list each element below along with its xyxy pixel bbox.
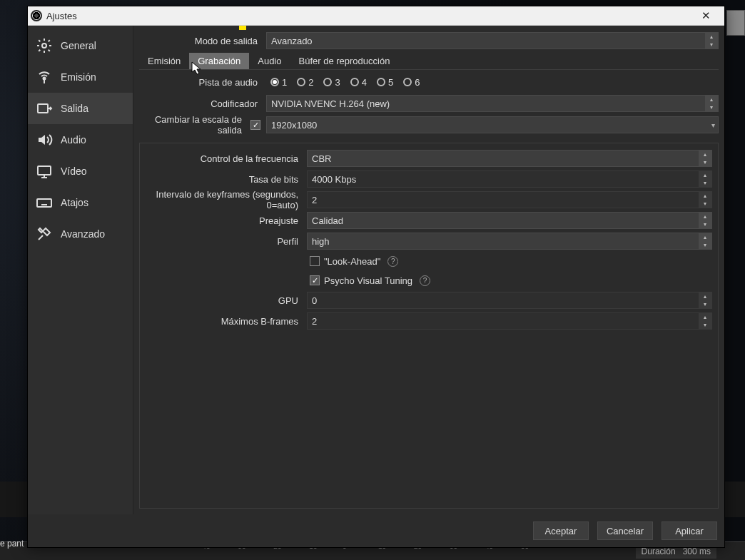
help-icon[interactable]: ? (420, 275, 430, 286)
sidebar-item-emision[interactable]: Emisión (28, 61, 133, 93)
sidebar: General Emisión Salida Audio Vídeo Atajo… (28, 26, 133, 514)
svg-point-0 (42, 44, 46, 48)
encoder-label: Codificador (139, 98, 260, 109)
sidebar-item-general[interactable]: General (28, 30, 133, 61)
titlebar: Ajustes ✕ (28, 6, 724, 26)
sidebar-item-audio[interactable]: Audio (28, 124, 133, 156)
gear-icon (35, 36, 54, 55)
bframes-label: Máximos B-frames (146, 316, 301, 327)
rescale-label: Cambiar la escala de salida (139, 114, 245, 136)
sidebar-item-label: Emisión (61, 71, 96, 83)
keyboard-icon (35, 193, 54, 212)
apply-button[interactable]: Aplicar (662, 521, 717, 540)
output-mode-combo[interactable]: Avanzado ▴▾ (266, 32, 719, 49)
encoder-combo[interactable]: NVIDIA NVENC H.264 (new) ▴▾ (266, 95, 719, 112)
tab-grabacion[interactable]: Grabación (189, 53, 249, 69)
sidebar-item-label: General (61, 40, 96, 51)
tab-audio[interactable]: Audio (249, 53, 290, 69)
audio-track-5[interactable]: 5 (377, 77, 393, 88)
ratecontrol-label: Control de la frecuencia (146, 153, 301, 164)
output-tabs: Emisión Grabación Audio Búfer de reprodu… (139, 53, 719, 70)
broadcast-icon (35, 68, 54, 86)
close-button[interactable]: ✕ (690, 6, 721, 25)
window-title: Ajustes (46, 11, 77, 21)
psycho-label: Psycho Visual Tuning (324, 275, 412, 286)
sidebar-item-video[interactable]: Vídeo (28, 156, 133, 187)
audio-track-4[interactable]: 4 (350, 77, 367, 88)
tools-icon (35, 225, 54, 243)
cancel-button[interactable]: Cancelar (597, 521, 653, 540)
sidebar-item-salida[interactable]: Salida (28, 93, 133, 124)
sidebar-item-atajos[interactable]: Atajos (28, 187, 133, 218)
gpu-label: GPU (146, 295, 301, 306)
bframes-input[interactable]: 2▴▾ (307, 312, 712, 330)
ok-button[interactable]: Aceptar (533, 521, 589, 540)
lookahead-label: "Look-Ahead" (324, 256, 380, 267)
audio-track-3[interactable]: 3 (323, 77, 340, 88)
sidebar-item-label: Avanzado (61, 228, 105, 240)
yellow-marker (239, 26, 246, 30)
keyframe-label: Intervalo de keyframes (segundos, 0=auto… (146, 189, 301, 210)
audio-track-1[interactable]: 1 (270, 77, 287, 88)
pant-fragment: e pant (0, 539, 24, 549)
ratecontrol-combo[interactable]: CBR▴▾ (307, 150, 712, 167)
output-icon (35, 99, 54, 118)
audio-icon (35, 131, 54, 149)
profile-combo[interactable]: high▴▾ (307, 233, 712, 250)
lookahead-checkbox[interactable] (310, 256, 320, 266)
svg-rect-2 (38, 104, 48, 113)
keyframe-input[interactable]: 2▴▾ (307, 191, 712, 208)
output-mode-label: Modo de salida (139, 36, 260, 46)
obs-icon (31, 10, 42, 21)
bitrate-input[interactable]: 4000 Kbps▴▾ (307, 170, 712, 188)
sidebar-item-label: Salida (61, 103, 88, 114)
main-panel: Modo de salida Avanzado ▴▾ Emisión Graba… (133, 26, 724, 514)
encoder-settings-panel: Control de la frecuencia CBR▴▾ Tasa de b… (139, 143, 719, 509)
settings-window: Ajustes ✕ General Emisión Salida Audio (27, 6, 725, 548)
preset-label: Preajuste (146, 215, 301, 226)
monitor-icon (35, 162, 54, 180)
sidebar-item-label: Vídeo (61, 166, 87, 177)
dialog-buttons: Aceptar Cancelar Aplicar (28, 514, 724, 547)
preset-combo[interactable]: Calidad▴▾ (307, 212, 712, 229)
audio-track-2[interactable]: 2 (297, 77, 313, 88)
audio-track-radios: 1 2 3 4 5 6 (266, 77, 719, 88)
tab-bufer[interactable]: Búfer de reproducción (290, 53, 398, 69)
bitrate-label: Tasa de bits (146, 174, 301, 185)
sidebar-item-avanzado[interactable]: Avanzado (28, 218, 133, 250)
sidebar-item-label: Audio (61, 134, 86, 146)
profile-label: Perfil (146, 236, 301, 247)
tab-emision[interactable]: Emisión (139, 53, 189, 69)
svg-rect-3 (38, 166, 51, 175)
audio-track-6[interactable]: 6 (403, 77, 420, 88)
rescale-combo[interactable]: 1920x1080 ▾ (266, 116, 719, 133)
audio-track-label: Pista de audio (139, 77, 260, 88)
help-icon[interactable]: ? (387, 256, 398, 267)
side-strip (726, 10, 745, 36)
gpu-input[interactable]: 0▴▾ (307, 292, 712, 309)
rescale-checkbox[interactable] (250, 120, 260, 130)
sidebar-item-label: Atajos (61, 197, 88, 208)
psycho-checkbox[interactable] (310, 275, 320, 285)
svg-rect-4 (37, 199, 51, 207)
